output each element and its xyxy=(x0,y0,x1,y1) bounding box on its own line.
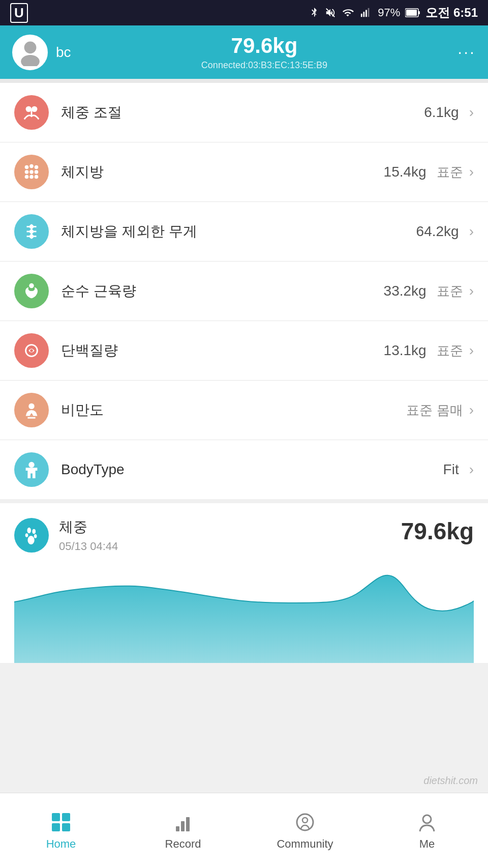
username: bc xyxy=(56,44,71,61)
svg-point-16 xyxy=(25,170,29,174)
svg-point-27 xyxy=(30,230,33,233)
metric-value-lean-mass: 64.2kg xyxy=(416,223,459,240)
svg-point-8 xyxy=(24,41,36,53)
nav-me-label: Me xyxy=(419,837,435,851)
svg-rect-3 xyxy=(365,10,367,17)
weight-info: 체중 05/13 04:44 xyxy=(59,517,118,553)
metric-icon-protein xyxy=(14,333,49,368)
metric-icon-body-fat xyxy=(14,155,49,189)
weight-section-icon xyxy=(14,518,49,553)
status-time: 오전 6:51 xyxy=(425,5,478,21)
svg-point-9 xyxy=(21,55,40,66)
metric-arrow-protein: › xyxy=(469,342,474,359)
svg-point-13 xyxy=(25,165,29,169)
nav-record-label: Record xyxy=(165,837,201,851)
metrics-list: 체중 조절 6.1kg › 체지방 15.4kg 표준 › xyxy=(0,83,488,499)
me-icon xyxy=(416,811,438,833)
nav-me[interactable]: Me xyxy=(366,803,488,859)
svg-rect-42 xyxy=(62,813,70,821)
svg-point-50 xyxy=(423,815,431,823)
svg-rect-2 xyxy=(363,12,365,17)
status-bar: U 97% 오전 6:51 xyxy=(0,0,488,25)
signal-icon xyxy=(359,7,373,18)
weight-section: 체중 05/13 04:44 79.6kg xyxy=(0,503,488,663)
svg-point-18 xyxy=(35,170,39,174)
metric-lean-mass[interactable]: 체지방을 제외한 무게 64.2kg › xyxy=(0,202,488,262)
svg-point-29 xyxy=(29,283,34,288)
svg-point-17 xyxy=(29,170,34,174)
metric-icon-obesity xyxy=(14,393,49,427)
metric-value-weight-control: 6.1kg xyxy=(424,104,459,121)
svg-point-35 xyxy=(28,462,34,468)
metric-arrow-obesity: › xyxy=(469,402,474,418)
svg-point-21 xyxy=(35,175,39,179)
metric-body-fat[interactable]: 체지방 15.4kg 표준 › xyxy=(0,142,488,202)
metric-name-muscle-mass: 순수 근육량 xyxy=(61,281,384,301)
svg-rect-41 xyxy=(52,813,60,821)
bottom-nav-spacer xyxy=(0,663,488,738)
metric-name-protein: 단백질량 xyxy=(61,341,384,360)
nav-home[interactable]: Home xyxy=(0,803,122,859)
metric-value-body-fat: 15.4kg xyxy=(384,164,426,180)
metric-status-obesity: 표준 몸매 xyxy=(406,401,463,419)
svg-rect-4 xyxy=(368,8,370,17)
header-weight: 79.6kg xyxy=(201,34,327,58)
metric-name-lean-mass: 체지방을 제외한 무게 xyxy=(61,222,416,241)
weight-title: 체중 xyxy=(59,517,118,537)
metric-icon-weight-control xyxy=(14,95,49,130)
status-bar-left: U xyxy=(10,3,28,23)
battery-text: 97% xyxy=(378,6,400,19)
svg-rect-46 xyxy=(181,821,185,831)
metric-weight-control[interactable]: 체중 조절 6.1kg › xyxy=(0,83,488,142)
metric-arrow-weight-control: › xyxy=(469,104,474,121)
metric-status-protein: 표준 xyxy=(437,342,463,360)
svg-point-31 xyxy=(30,349,33,352)
metric-body-type[interactable]: BodyType Fit › xyxy=(0,440,488,499)
metric-arrow-body-type: › xyxy=(469,461,474,478)
svg-point-40 xyxy=(27,536,34,544)
svg-rect-6 xyxy=(406,10,417,16)
watermark: dietshit.com xyxy=(423,775,478,787)
weight-current-value: 79.6kg xyxy=(401,517,474,545)
community-icon xyxy=(294,811,316,833)
metric-value-body-type: Fit xyxy=(443,461,459,478)
svg-point-37 xyxy=(32,529,36,534)
metric-icon-body-type xyxy=(14,452,49,487)
metric-status-muscle-mass: 표준 xyxy=(437,282,463,300)
svg-point-32 xyxy=(28,403,34,409)
svg-point-15 xyxy=(35,165,39,169)
nav-record[interactable]: Record xyxy=(122,803,244,859)
nav-community[interactable]: Community xyxy=(244,803,366,859)
header-center: 79.6kg Connected:03:B3:EC:13:5E:B9 xyxy=(201,34,327,71)
metric-value-protein: 13.1kg xyxy=(384,342,426,359)
weight-header-left: 체중 05/13 04:44 xyxy=(14,517,118,553)
svg-point-38 xyxy=(25,533,28,537)
battery-icon xyxy=(405,8,420,18)
weight-header: 체중 05/13 04:44 79.6kg xyxy=(14,517,474,553)
wifi-icon xyxy=(341,7,354,18)
metric-obesity[interactable]: 비만도 표준 몸매 › xyxy=(0,381,488,440)
svg-point-39 xyxy=(34,534,37,538)
metric-icon-lean-mass xyxy=(14,214,49,249)
svg-rect-7 xyxy=(418,11,420,14)
weight-date: 05/13 04:44 xyxy=(59,540,118,553)
svg-rect-47 xyxy=(186,817,190,831)
svg-point-28 xyxy=(30,235,33,238)
svg-point-19 xyxy=(25,175,29,179)
nav-home-label: Home xyxy=(46,837,76,851)
bluetooth-icon xyxy=(309,7,320,18)
metric-arrow-body-fat: › xyxy=(469,164,474,180)
metric-icon-muscle-mass xyxy=(14,274,49,308)
metric-muscle-mass[interactable]: 순수 근육량 33.2kg 표준 › xyxy=(0,262,488,321)
weight-chart xyxy=(14,561,474,663)
header-device: Connected:03:B3:EC:13:5E:B9 xyxy=(201,60,327,71)
record-icon xyxy=(172,811,194,833)
svg-point-20 xyxy=(29,175,34,179)
more-menu-button[interactable]: ··· xyxy=(458,43,476,62)
svg-point-11 xyxy=(32,106,37,112)
svg-rect-44 xyxy=(62,823,70,831)
app-icon: U xyxy=(10,3,28,23)
bottom-nav: Home Record Community Me xyxy=(0,793,488,868)
metric-protein[interactable]: 단백질량 13.1kg 표준 › xyxy=(0,321,488,381)
svg-rect-1 xyxy=(361,14,362,17)
